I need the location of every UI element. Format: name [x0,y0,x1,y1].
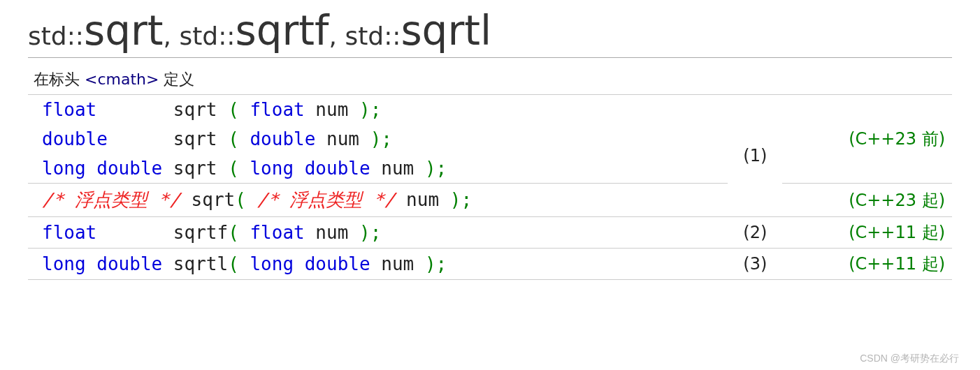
func-name: sqrt [173,99,228,120]
semicolon: ; [436,158,447,179]
semicolon: ; [370,222,382,243]
type-kw: long double [42,253,173,274]
func-name: sqrtl [173,253,228,274]
arg-name: num [315,222,359,243]
overload-number-3: (3) [728,249,782,280]
overload-number-1: (1) [728,95,782,217]
space [395,189,406,210]
decl-row-4: long double sqrtl( long double num ); (3… [28,249,952,280]
type-kw: float [42,222,173,243]
comment: /* 浮点类型 */ [42,189,180,210]
title-sep1: , [164,22,180,50]
title-fn3: sqrtl [401,7,491,54]
version-tag-1: (C++23 前) [782,95,952,184]
comment: /* 浮点类型 */ [257,189,396,210]
header-link-cmath[interactable]: <cmath> [85,71,159,88]
func-name: sqrt [173,158,228,179]
decl-row-1a: float sqrt ( float num ); (1) (C++23 前) [28,95,952,125]
paren: ) [359,222,370,243]
title-ns3: std:: [345,22,401,50]
arg-name: num [326,128,370,149]
version-tag-4: (C++11 起) [782,249,952,280]
paren: ) [370,128,382,149]
paren: ( [228,253,250,274]
paren: ) [359,99,370,120]
title-fn1: sqrt [84,7,164,54]
decl-row-3: float sqrtf( float num ); (2) (C++11 起) [28,217,952,249]
semicolon: ; [370,99,382,120]
semicolon: ; [381,128,392,149]
title-sep2: , [329,22,345,50]
page-title: std::sqrt, std::sqrtf, std::sqrtl [28,7,952,58]
arg-type: long double [250,158,381,179]
semicolon: ; [436,253,447,274]
title-fn2: sqrtf [235,7,329,54]
header-prefix: 在标头 [34,71,85,88]
decl-row-2: /* 浮点类型 */ sqrt( /* 浮点类型 */ num ); (C++2… [28,184,952,217]
paren: ( [228,99,250,120]
paren: ( [228,222,250,243]
paren: ( [228,128,250,149]
type-kw: long double [42,158,173,179]
header-suffix: 定义 [159,71,194,88]
semicolon: ; [461,189,472,210]
type-kw: float [42,99,173,120]
func-name: sqrtf [173,222,228,243]
arg-name: num [381,158,425,179]
arg-type: float [250,99,315,120]
version-tag-3: (C++11 起) [782,217,952,249]
func-name: sqrt [173,128,228,149]
arg-name: num [406,189,450,210]
paren: ) [425,158,436,179]
paren: ( [235,189,257,210]
space [180,189,192,210]
header-row: 在标头 <cmath> 定义 [28,65,952,95]
paren: ( [228,158,250,179]
version-tag-2: (C++23 起) [782,184,952,217]
paren: ) [450,189,461,210]
func-name: sqrt [192,189,236,210]
type-kw: double [42,128,173,149]
title-ns2: std:: [180,22,236,50]
overload-number-2: (2) [728,217,782,249]
declaration-table: 在标头 <cmath> 定义 float sqrt ( float num );… [28,65,952,280]
arg-type: double [250,128,326,149]
arg-type: long double [250,253,381,274]
arg-name: num [315,99,359,120]
arg-type: float [250,222,315,243]
title-ns1: std:: [28,22,84,50]
paren: ) [425,253,436,274]
arg-name: num [381,253,425,274]
